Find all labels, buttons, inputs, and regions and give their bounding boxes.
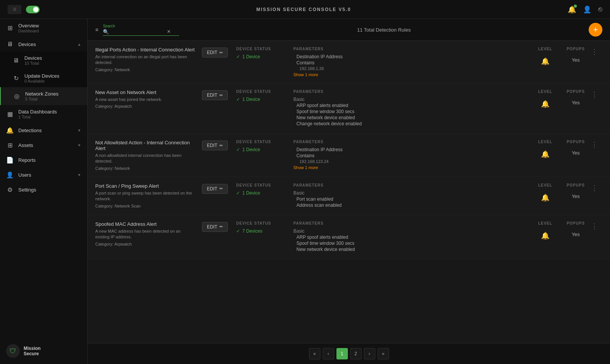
param-item: New network device enabled xyxy=(293,247,524,252)
more-options-button[interactable]: ⋮ xyxy=(591,222,598,230)
param-type-label: Basic xyxy=(293,190,524,196)
settings-icon: ⚙ xyxy=(6,186,14,193)
device-badge: ✓ 7 Devices xyxy=(236,228,287,234)
rule-category: Category: Network Scan xyxy=(95,204,196,208)
level-header: LEVEL xyxy=(538,221,552,225)
edit-button[interactable]: EDIT ✏ xyxy=(202,140,228,150)
pagination-prev[interactable]: ‹ xyxy=(323,348,334,359)
search-input[interactable] xyxy=(111,29,165,35)
rule-edit-section: EDIT ✏ xyxy=(202,89,236,100)
check-icon: ✓ xyxy=(236,147,240,152)
device-status-header: DEVICE STATUS xyxy=(236,183,287,187)
pagination-last[interactable]: » xyxy=(378,348,389,359)
topbar: ☰ MISSION SECURE CONSOLE V5.0 🔔 👤 ⎋ xyxy=(0,0,610,19)
rule-category: Category: Network xyxy=(95,67,196,72)
sidebar-item-assets[interactable]: ⊞ Assets ▼ xyxy=(0,138,87,153)
rule-description: A port scan or ping sweep has been detec… xyxy=(95,190,196,202)
device-count: 1 Device xyxy=(242,97,260,102)
sidebar-item-devices[interactable]: 🖥 Devices 10 Total xyxy=(0,51,87,69)
rule-level: LEVEL 🔔 xyxy=(530,140,560,158)
sidebar-item-network-zones[interactable]: ◎ Network Zones 5 Total xyxy=(0,87,87,105)
sidebar-item-reports[interactable]: 📄 Reports xyxy=(0,153,87,168)
bell-icon[interactable]: 🔔 xyxy=(568,5,576,14)
popups-header: POPUPS xyxy=(567,183,585,187)
edit-button[interactable]: EDIT ✏ xyxy=(202,184,228,194)
param-item: Spoof time window 300 secs xyxy=(293,241,524,246)
rule-params: PARAMETERS BasicARP spoof alerts enabled… xyxy=(293,89,530,127)
device-count: 1 Device xyxy=(242,147,260,152)
param-ip: 192.168.1.26 xyxy=(293,66,524,71)
rule-info: Spoofed MAC Address Alert A new MAC addr… xyxy=(95,221,202,246)
search-container: Search 🔍 ✕ xyxy=(103,24,179,36)
edit-button[interactable]: EDIT ✏ xyxy=(202,90,228,100)
rules-list: Illegal Ports Action - Internal Connecti… xyxy=(88,41,610,343)
device-count: 1 Device xyxy=(242,54,260,59)
update-devices-icon: ↻ xyxy=(12,75,20,82)
rule-popups: POPUPS Yes xyxy=(560,140,591,156)
edit-label: EDIT xyxy=(207,186,217,192)
rule-device-status: DEVICE STATUS ✓ 1 Device xyxy=(236,89,293,102)
devices-count: 10 Total xyxy=(24,61,81,65)
rule-more-menu: ⋮ xyxy=(591,89,602,99)
rule-name: Port Scan / Ping Sweep Alert xyxy=(95,183,196,189)
rule-edit-section: EDIT ✏ xyxy=(202,221,236,232)
update-devices-sub: 0 Available xyxy=(24,79,81,83)
logout-icon[interactable]: ⎋ xyxy=(598,5,602,13)
device-status-header: DEVICE STATUS xyxy=(236,47,287,51)
edit-button[interactable]: EDIT ✏ xyxy=(202,222,228,232)
edit-pencil-icon: ✏ xyxy=(219,93,223,98)
pagination-page-1[interactable]: 1 xyxy=(336,348,348,359)
param-ip: 192.168.123.24 xyxy=(293,159,524,164)
rule-device-status: DEVICE STATUS ✓ 1 Device xyxy=(236,47,293,59)
sidebar-item-update-devices[interactable]: ↻ Update Devices 0 Available xyxy=(0,69,87,87)
rule-category: Category: Arpwatch xyxy=(95,242,196,246)
rule-more-menu: ⋮ xyxy=(591,47,602,56)
more-options-button[interactable]: ⋮ xyxy=(591,140,598,149)
rule-more-menu: ⋮ xyxy=(591,183,602,192)
show-more-link[interactable]: Show 1 more xyxy=(293,165,524,170)
more-options-button[interactable]: ⋮ xyxy=(591,90,598,99)
edit-pencil-icon: ✏ xyxy=(219,143,223,148)
sidebar-item-users[interactable]: 👤 Users ▼ xyxy=(0,168,87,182)
network-zones-sub: 5 Total xyxy=(25,97,81,101)
search-icon: 🔍 xyxy=(103,29,109,35)
popups-value: Yes xyxy=(572,57,580,63)
more-options-button[interactable]: ⋮ xyxy=(591,184,598,192)
alert-bell-icon: 🔔 xyxy=(541,57,549,65)
network-zones-label: Network Zones xyxy=(25,91,81,97)
add-rule-button[interactable]: + xyxy=(589,23,602,37)
sidebar-item-settings[interactable]: ⚙ Settings xyxy=(0,182,87,197)
rule-info: Illegal Ports Action - Internal Connecti… xyxy=(95,47,202,72)
param-item: Port scan enabled xyxy=(293,196,524,202)
more-options-button[interactable]: ⋮ xyxy=(591,48,598,56)
edit-button[interactable]: EDIT ✏ xyxy=(202,48,228,57)
user-icon[interactable]: 👤 xyxy=(583,5,591,14)
pagination-page-2[interactable]: 2 xyxy=(350,348,362,359)
edit-pencil-icon: ✏ xyxy=(219,224,223,229)
brand-line2: Secure xyxy=(24,351,41,356)
toggle-button[interactable] xyxy=(26,6,40,13)
sidebar-item-data-dashboards[interactable]: ▦ Data Dashboards 1 Total xyxy=(0,105,87,123)
rule-level: LEVEL 🔔 xyxy=(530,183,560,202)
rule-name: New Asset on Network Alert xyxy=(95,89,196,95)
filter-button[interactable]: ≡ xyxy=(95,27,98,33)
param-extra: Contains xyxy=(293,153,524,158)
devices-label: Devices xyxy=(24,55,81,61)
popups-value: Yes xyxy=(572,150,580,156)
pagination-first[interactable]: « xyxy=(309,348,320,359)
sidebar-settings-text: Settings xyxy=(18,187,81,193)
sidebar-item-devices-group[interactable]: 🖥 Devices ▲ xyxy=(0,37,87,51)
alert-bell-icon: 🔔 xyxy=(541,193,549,202)
data-dashboards-icon: ▦ xyxy=(6,110,14,118)
rule-level: LEVEL 🔔 xyxy=(530,47,560,65)
popups-value: Yes xyxy=(572,231,580,237)
sidebar-item-detections[interactable]: 🔔 Detections ▼ xyxy=(0,123,87,138)
param-extra: Contains xyxy=(293,60,524,65)
sidebar-item-overview[interactable]: ⊞ Overview Dashboard xyxy=(0,19,87,37)
show-more-link[interactable]: Show 1 more xyxy=(293,72,524,77)
pagination-next[interactable]: › xyxy=(364,348,375,359)
rule-device-status: DEVICE STATUS ✓ 1 Device xyxy=(236,183,293,196)
search-clear-icon[interactable]: ✕ xyxy=(167,29,171,34)
table-row: Not Allowlisted Action - Internal Connec… xyxy=(88,134,610,177)
param-type-label: Basic xyxy=(293,228,524,234)
